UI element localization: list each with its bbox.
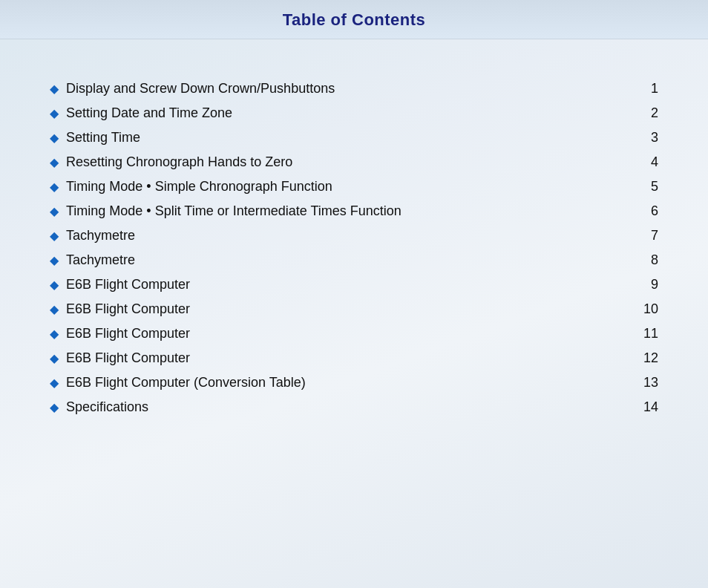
- toc-page-number: 1: [636, 81, 658, 97]
- toc-row[interactable]: ◆Specifications14: [50, 395, 658, 419]
- bullet-icon: ◆: [50, 302, 59, 316]
- bullet-icon: ◆: [50, 106, 59, 120]
- toc-page-number: 5: [636, 179, 658, 195]
- toc-label: E6B Flight Computer: [66, 326, 190, 342]
- bullet-icon: ◆: [50, 278, 59, 292]
- bullet-icon: ◆: [50, 229, 59, 243]
- bullet-icon: ◆: [50, 376, 59, 390]
- toc-label: E6B Flight Computer: [66, 301, 190, 317]
- toc-page-number: 7: [636, 228, 658, 244]
- bullet-icon: ◆: [50, 131, 59, 145]
- toc-row[interactable]: ◆E6B Flight Computer9: [50, 272, 658, 297]
- toc-label: Display and Screw Down Crown/Pushbuttons: [66, 81, 335, 97]
- toc-label: Tachymetre: [66, 228, 135, 244]
- toc-content: ◆Display and Screw Down Crown/Pushbutton…: [35, 76, 673, 419]
- toc-row-left: ◆Setting Time: [50, 130, 636, 146]
- toc-row-left: ◆Setting Date and Time Zone: [50, 105, 636, 121]
- page-header: Table of Contents: [0, 0, 708, 39]
- toc-row[interactable]: ◆E6B Flight Computer10: [50, 297, 658, 321]
- toc-label: Setting Time: [66, 130, 140, 146]
- toc-row[interactable]: ◆Display and Screw Down Crown/Pushbutton…: [50, 76, 658, 101]
- bullet-icon: ◆: [50, 180, 59, 194]
- toc-page-number: 12: [636, 350, 658, 366]
- toc-row[interactable]: ◆Timing Mode • Simple Chronograph Functi…: [50, 174, 658, 199]
- toc-page-number: 11: [636, 326, 658, 342]
- toc-row-left: ◆Tachymetre: [50, 252, 636, 268]
- toc-row-left: ◆Timing Mode • Simple Chronograph Functi…: [50, 179, 636, 195]
- toc-row[interactable]: ◆Resetting Chronograph Hands to Zero4: [50, 150, 658, 174]
- toc-page-number: 8: [636, 252, 658, 268]
- toc-row[interactable]: ◆Timing Mode • Split Time or Intermediat…: [50, 199, 658, 223]
- bullet-icon: ◆: [50, 82, 59, 96]
- bullet-icon: ◆: [50, 400, 59, 414]
- toc-label: Timing Mode • Split Time or Intermediate…: [66, 203, 401, 219]
- toc-label: Tachymetre: [66, 252, 135, 268]
- toc-page-number: 3: [636, 130, 658, 146]
- toc-row-left: ◆E6B Flight Computer: [50, 326, 636, 342]
- bullet-icon: ◆: [50, 155, 59, 169]
- toc-row[interactable]: ◆E6B Flight Computer (Conversion Table)1…: [50, 370, 658, 395]
- toc-row-left: ◆Tachymetre: [50, 228, 636, 244]
- toc-row[interactable]: ◆E6B Flight Computer12: [50, 346, 658, 370]
- toc-label: Setting Date and Time Zone: [66, 105, 232, 121]
- toc-label: E6B Flight Computer: [66, 277, 190, 293]
- toc-page-number: 14: [636, 399, 658, 415]
- toc-row[interactable]: ◆Setting Date and Time Zone2: [50, 101, 658, 125]
- bullet-icon: ◆: [50, 351, 59, 365]
- toc-page-number: 2: [636, 105, 658, 121]
- toc-page-number: 13: [636, 375, 658, 391]
- page-title: Table of Contents: [283, 10, 426, 29]
- bullet-icon: ◆: [50, 327, 59, 341]
- toc-page-number: 10: [636, 301, 658, 317]
- toc-label: E6B Flight Computer: [66, 350, 190, 366]
- toc-row-left: ◆E6B Flight Computer: [50, 277, 636, 293]
- toc-row-left: ◆Timing Mode • Split Time or Intermediat…: [50, 203, 636, 219]
- toc-row-left: ◆Resetting Chronograph Hands to Zero: [50, 154, 636, 170]
- toc-row[interactable]: ◆Tachymetre7: [50, 223, 658, 248]
- toc-page-number: 4: [636, 154, 658, 170]
- toc-row[interactable]: ◆Setting Time3: [50, 125, 658, 150]
- toc-row-left: ◆Display and Screw Down Crown/Pushbutton…: [50, 81, 636, 97]
- bullet-icon: ◆: [50, 204, 59, 218]
- toc-label: E6B Flight Computer (Conversion Table): [66, 375, 306, 391]
- toc-row[interactable]: ◆E6B Flight Computer11: [50, 321, 658, 346]
- toc-row-left: ◆E6B Flight Computer: [50, 301, 636, 317]
- toc-page-number: 9: [636, 277, 658, 293]
- bullet-icon: ◆: [50, 253, 59, 267]
- toc-page-number: 6: [636, 203, 658, 219]
- toc-label: Timing Mode • Simple Chronograph Functio…: [66, 179, 332, 195]
- toc-row-left: ◆E6B Flight Computer (Conversion Table): [50, 375, 636, 391]
- toc-label: Specifications: [66, 399, 148, 415]
- toc-label: Resetting Chronograph Hands to Zero: [66, 154, 292, 170]
- toc-row-left: ◆Specifications: [50, 399, 636, 415]
- toc-row[interactable]: ◆Tachymetre8: [50, 248, 658, 272]
- toc-row-left: ◆E6B Flight Computer: [50, 350, 636, 366]
